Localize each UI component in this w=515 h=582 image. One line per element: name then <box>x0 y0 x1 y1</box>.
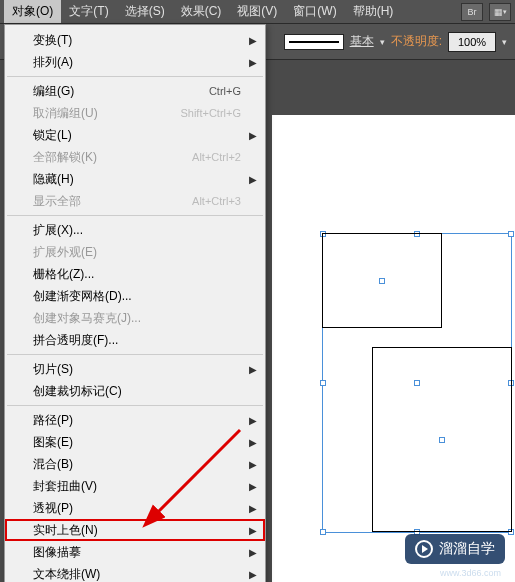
submenu-arrow-icon: ▶ <box>249 459 257 470</box>
menu-item-label: 显示全部 <box>33 193 192 210</box>
menu-item-label: 扩展外观(E) <box>33 244 241 261</box>
menu-item-label: 隐藏(H) <box>33 171 241 188</box>
menu-shortcut: Alt+Ctrl+2 <box>192 151 241 163</box>
menu-item-label: 取消编组(U) <box>33 105 180 122</box>
menu-item-label: 创建对象马赛克(J)... <box>33 310 241 327</box>
menu-item-label: 封套扭曲(V) <box>33 478 241 495</box>
menu-select[interactable]: 选择(S) <box>117 0 173 23</box>
submenu-arrow-icon: ▶ <box>249 547 257 558</box>
menu-item[interactable]: 混合(B)▶ <box>5 453 265 475</box>
menu-item[interactable]: 创建渐变网格(D)... <box>5 285 265 307</box>
opacity-input[interactable] <box>448 32 496 52</box>
menu-effect[interactable]: 效果(C) <box>173 0 230 23</box>
menu-item-label: 混合(B) <box>33 456 241 473</box>
menu-item[interactable]: 切片(S)▶ <box>5 358 265 380</box>
menu-item: 扩展外观(E) <box>5 241 265 263</box>
menu-item[interactable]: 排列(A)▶ <box>5 51 265 73</box>
stroke-preview[interactable] <box>284 34 344 50</box>
arrange-docs-icon[interactable]: ▦▾ <box>489 3 511 21</box>
menu-item[interactable]: 实时上色(N)▶ <box>5 519 265 541</box>
menu-shortcut: Ctrl+G <box>209 85 241 97</box>
menu-item-label: 切片(S) <box>33 361 241 378</box>
menu-item[interactable]: 隐藏(H)▶ <box>5 168 265 190</box>
menu-item[interactable]: 栅格化(Z)... <box>5 263 265 285</box>
menu-separator <box>7 354 263 355</box>
chevron-down-icon[interactable]: ▾ <box>502 37 507 47</box>
menu-item[interactable]: 变换(T)▶ <box>5 29 265 51</box>
menu-view[interactable]: 视图(V) <box>229 0 285 23</box>
object-menu-dropdown: 变换(T)▶排列(A)▶编组(G)Ctrl+G取消编组(U)Shift+Ctrl… <box>4 24 266 582</box>
menu-item-label: 图像描摹 <box>33 544 241 561</box>
menu-item[interactable]: 创建裁切标记(C) <box>5 380 265 402</box>
menu-item-label: 创建裁切标记(C) <box>33 383 241 400</box>
menu-item[interactable]: 拼合透明度(F)... <box>5 329 265 351</box>
submenu-arrow-icon: ▶ <box>249 35 257 46</box>
opacity-label: 不透明度: <box>391 33 442 50</box>
menu-item[interactable]: 路径(P)▶ <box>5 409 265 431</box>
watermark-url: www.3d66.com <box>440 568 501 578</box>
menu-item-label: 锁定(L) <box>33 127 241 144</box>
menu-help[interactable]: 帮助(H) <box>345 0 402 23</box>
menu-item-label: 变换(T) <box>33 32 241 49</box>
menu-item-label: 透视(P) <box>33 500 241 517</box>
menu-item: 全部解锁(K)Alt+Ctrl+2 <box>5 146 265 168</box>
menu-item[interactable]: 编组(G)Ctrl+G <box>5 80 265 102</box>
menu-window[interactable]: 窗口(W) <box>285 0 344 23</box>
style-dropdown[interactable]: 基本 <box>350 33 374 50</box>
submenu-arrow-icon: ▶ <box>249 503 257 514</box>
menu-item[interactable]: 透视(P)▶ <box>5 497 265 519</box>
menu-item-label: 排列(A) <box>33 54 241 71</box>
menu-item-label: 栅格化(Z)... <box>33 266 241 283</box>
menu-separator <box>7 76 263 77</box>
shape-rect-small[interactable] <box>322 233 442 328</box>
submenu-arrow-icon: ▶ <box>249 481 257 492</box>
menu-shortcut: Alt+Ctrl+3 <box>192 195 241 207</box>
menu-item[interactable]: 封套扭曲(V)▶ <box>5 475 265 497</box>
shape-rect-large[interactable] <box>372 347 512 532</box>
chevron-down-icon: ▾ <box>380 37 385 47</box>
submenu-arrow-icon: ▶ <box>249 364 257 375</box>
menu-shortcut: Shift+Ctrl+G <box>180 107 241 119</box>
menu-item-label: 拼合透明度(F)... <box>33 332 241 349</box>
play-icon <box>415 540 433 558</box>
menu-item: 显示全部Alt+Ctrl+3 <box>5 190 265 212</box>
menu-item[interactable]: 文本绕排(W)▶ <box>5 563 265 582</box>
submenu-arrow-icon: ▶ <box>249 569 257 580</box>
menu-item-label: 文本绕排(W) <box>33 566 241 583</box>
menubar: 对象(O) 文字(T) 选择(S) 效果(C) 视图(V) 窗口(W) 帮助(H… <box>0 0 515 24</box>
submenu-arrow-icon: ▶ <box>249 174 257 185</box>
submenu-arrow-icon: ▶ <box>249 415 257 426</box>
menu-separator <box>7 405 263 406</box>
menu-item-label: 实时上色(N) <box>33 522 241 539</box>
menu-item[interactable]: 扩展(X)... <box>5 219 265 241</box>
canvas-artboard[interactable] <box>272 115 515 582</box>
watermark-badge: 溜溜自学 <box>405 534 505 564</box>
menu-item-label: 全部解锁(K) <box>33 149 192 166</box>
menu-item-label: 创建渐变网格(D)... <box>33 288 241 305</box>
menu-item[interactable]: 锁定(L)▶ <box>5 124 265 146</box>
menu-item: 创建对象马赛克(J)... <box>5 307 265 329</box>
menu-item[interactable]: 图像描摹▶ <box>5 541 265 563</box>
menu-text[interactable]: 文字(T) <box>61 0 116 23</box>
menu-item-label: 路径(P) <box>33 412 241 429</box>
submenu-arrow-icon: ▶ <box>249 525 257 536</box>
menu-item-label: 扩展(X)... <box>33 222 241 239</box>
menu-item[interactable]: 图案(E)▶ <box>5 431 265 453</box>
bridge-icon[interactable]: Br <box>461 3 483 21</box>
submenu-arrow-icon: ▶ <box>249 437 257 448</box>
menu-item: 取消编组(U)Shift+Ctrl+G <box>5 102 265 124</box>
submenu-arrow-icon: ▶ <box>249 57 257 68</box>
menu-item-label: 编组(G) <box>33 83 209 100</box>
submenu-arrow-icon: ▶ <box>249 130 257 141</box>
menu-separator <box>7 215 263 216</box>
watermark-text: 溜溜自学 <box>439 540 495 558</box>
menu-object[interactable]: 对象(O) <box>4 0 61 23</box>
menu-item-label: 图案(E) <box>33 434 241 451</box>
